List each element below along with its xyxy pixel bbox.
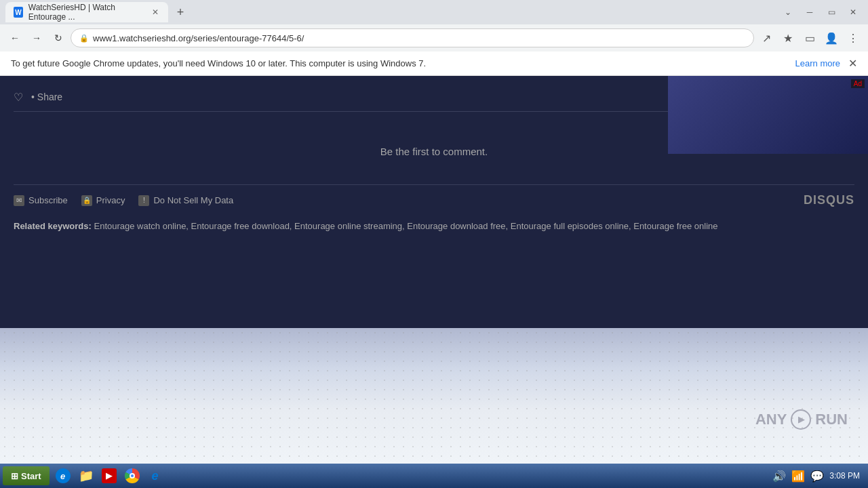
reload-button[interactable]: ↻ (49, 28, 68, 47)
menu-icon[interactable]: ⋮ (844, 28, 863, 47)
related-keywords: Related keywords: Entourage watch online… (0, 216, 868, 245)
tab-scroll-button[interactable]: ⌄ (778, 5, 797, 19)
tab-favicon: W (14, 7, 23, 18)
do-not-sell-label: Do Not Sell My Data (153, 195, 233, 205)
taskbar-edge-item[interactable]: e (144, 466, 166, 485)
taskbar: ⊞ Start e 📁 ▶ e 🔊 📶 💬 3:08 PM (0, 464, 868, 488)
footer-content: ANY ▶ RUN (0, 328, 868, 464)
windows-logo: ⊞ (11, 471, 18, 481)
tab-close-button[interactable]: ✕ (151, 7, 160, 18)
start-button[interactable]: ⊞ Start (3, 466, 50, 485)
media-icon: ▶ (102, 468, 117, 483)
anyrun-logo: ANY ▶ RUN (755, 409, 848, 430)
network-icon[interactable]: 📶 (791, 470, 805, 483)
tab-title: WatchSeriesHD | Watch Entourage ... (28, 3, 145, 22)
start-label: Start (21, 471, 41, 481)
do-not-sell-item[interactable]: ! Do Not Sell My Data (138, 195, 233, 206)
taskbar-right: 🔊 📶 💬 3:08 PM (767, 470, 865, 483)
address-bar[interactable]: 🔒 www1.watchserieshd.org/series/entourag… (71, 28, 754, 47)
disqus-footer: ✉ Subscribe 🔒 Privacy ! Do Not Sell My D… (14, 184, 854, 216)
page-footer: ANY ▶ RUN (0, 328, 868, 464)
window-controls: ⌄ ─ ▭ ✕ (778, 5, 863, 19)
privacy-label: Privacy (96, 195, 125, 205)
time-display: 3:08 PM (829, 471, 860, 481)
chrome-icon (125, 468, 140, 483)
taskbar-items: e 📁 ▶ e (52, 466, 166, 485)
browser-tab[interactable]: W WatchSeriesHD | Watch Entourage ... ✕ (5, 2, 168, 22)
bookmark-icon[interactable]: ★ (778, 28, 797, 47)
toolbar: ← → ↻ 🔒 www1.watchserieshd.org/series/en… (0, 24, 868, 52)
share-link[interactable]: • Share (31, 92, 62, 102)
anyrun-run-text: RUN (815, 411, 848, 428)
url-text: www1.watchserieshd.org/series/entourage-… (93, 33, 304, 43)
related-keywords-text: Entourage watch online, Entourage free d… (94, 221, 718, 231)
ad-badge: Ad (851, 79, 865, 88)
clock-time: 3:08 PM (829, 471, 860, 481)
ie-icon: e (56, 468, 71, 483)
maximize-button[interactable]: ▭ (822, 5, 841, 19)
taskbar-folder-item[interactable]: 📁 (75, 466, 97, 485)
notification-close-button[interactable]: ✕ (848, 57, 857, 70)
taskbar-media-item[interactable]: ▶ (98, 466, 120, 485)
taskbar-chrome-item[interactable] (121, 466, 143, 485)
subscribe-icon: ✉ (14, 195, 24, 206)
reading-mode-icon[interactable]: ▭ (800, 28, 819, 47)
share-icon[interactable]: ↗ (757, 28, 776, 47)
learn-more-link[interactable]: Learn more (795, 58, 840, 68)
subscribe-item[interactable]: ✉ Subscribe (14, 195, 68, 206)
profile-icon[interactable]: 👤 (822, 28, 841, 47)
edge-icon: e (152, 469, 159, 483)
folder-icon: 📁 (79, 468, 94, 483)
page-content: Ad ♡ • Share Best Newest Oldest Be the f… (0, 76, 868, 464)
privacy-icon: 🔒 (81, 195, 92, 206)
ad-banner: Ad (668, 76, 868, 154)
notification-text: To get future Google Chrome updates, you… (11, 58, 795, 68)
do-not-sell-icon: ! (138, 195, 149, 206)
minimize-button[interactable]: ─ (800, 5, 819, 19)
lock-icon: 🔒 (79, 34, 89, 43)
title-bar: W WatchSeriesHD | Watch Entourage ... ✕ … (0, 0, 868, 24)
toolbar-actions: ↗ ★ ▭ 👤 ⋮ (757, 28, 863, 47)
disqus-logo: DISQUS (804, 193, 854, 207)
back-button[interactable]: ← (5, 28, 24, 47)
heart-icon[interactable]: ♡ (14, 91, 23, 104)
anyrun-play-icon: ▶ (791, 409, 811, 430)
forward-button[interactable]: → (27, 28, 46, 47)
taskbar-ie-item[interactable]: e (52, 466, 74, 485)
volume-icon[interactable]: 🔊 (772, 470, 786, 483)
notification-bar: To get future Google Chrome updates, you… (0, 52, 868, 76)
privacy-item[interactable]: 🔒 Privacy (81, 195, 125, 206)
close-button[interactable]: ✕ (844, 5, 863, 19)
new-tab-button[interactable]: + (171, 3, 190, 22)
subscribe-label: Subscribe (28, 195, 68, 205)
anyrun-text: ANY (755, 411, 787, 428)
related-label: Related keywords: (14, 221, 92, 231)
action-center-icon[interactable]: 💬 (810, 470, 824, 483)
